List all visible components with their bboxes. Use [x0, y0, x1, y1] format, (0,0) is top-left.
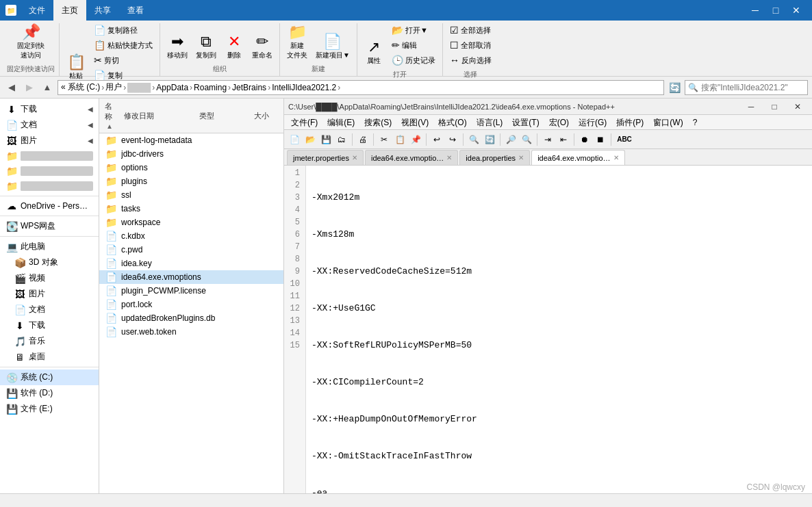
tab-share[interactable]: 共享	[86, 0, 119, 21]
delete-button[interactable]: ✕ 删除	[222, 33, 246, 62]
indent-tool[interactable]: ⇥	[540, 132, 555, 147]
cut-button[interactable]: ✂剪切	[91, 53, 155, 67]
refresh-button[interactable]: 🔄	[667, 80, 682, 95]
nav-item-3d[interactable]: 📦 3D 对象	[0, 255, 99, 270]
nav-item-drive-c[interactable]: 💿 系统 (C:)	[0, 369, 99, 385]
replace-tool[interactable]: 🔄	[482, 132, 497, 147]
editor-tab-idea-properties[interactable]: idea.properties ✕	[459, 150, 530, 165]
file-item-vmoptions[interactable]: 📄 idea64.exe.vmoptions	[99, 270, 283, 284]
stop-macro-tool[interactable]: ⏹	[593, 132, 608, 147]
menu-language[interactable]: 语言(L)	[472, 116, 507, 129]
file-item-plugins[interactable]: 📁 plugins	[99, 174, 283, 188]
menu-format[interactable]: 格式(O)	[434, 116, 470, 129]
nav-item-drive-d[interactable]: 💾 软件 (D:)	[0, 385, 99, 401]
nav-item-dl[interactable]: ⬇ 下载	[0, 317, 99, 333]
menu-view[interactable]: 视图(V)	[397, 116, 433, 129]
history-button[interactable]: 🕒历史记录	[389, 53, 438, 67]
search-input[interactable]	[701, 83, 804, 92]
nav-item-blurred-1[interactable]: 📁 ████	[0, 148, 99, 164]
paste-shortcut-button[interactable]: 📋粘贴快捷方式	[91, 38, 155, 52]
file-item-workspace[interactable]: 📁 workspace	[99, 216, 283, 229]
path-segment-7[interactable]: IntelliJIdea2021.2	[272, 83, 336, 92]
new-item-button[interactable]: 📄 新建项目▼	[313, 33, 353, 62]
edit-button[interactable]: ✏编辑	[389, 38, 438, 52]
tab-close-idea-properties[interactable]: ✕	[518, 151, 524, 166]
path-segment-1[interactable]: « 系统 (C:)	[61, 81, 100, 93]
nav-item-wps[interactable]: 💽 WPS网盘	[0, 218, 99, 234]
close-button[interactable]: ✕	[786, 0, 807, 21]
file-item-license[interactable]: 📄 plugin_PCWMP.license	[99, 284, 283, 298]
editor-tab-idea64-1[interactable]: idea64.exe.vmoptio… ✕	[365, 150, 458, 165]
deselect-all-button[interactable]: ☐全部取消	[447, 38, 494, 52]
col-header-date[interactable]: 修改日期	[118, 109, 194, 122]
nav-item-blurred-2[interactable]: 📁 ████	[0, 164, 99, 179]
back-button[interactable]: ◀	[4, 80, 19, 95]
nav-item-thispc[interactable]: 💻 此电脑	[0, 239, 99, 255]
minimize-button[interactable]: ─	[745, 0, 765, 21]
file-item-jdbc[interactable]: 📁 jdbc-drivers	[99, 147, 283, 161]
rename-button[interactable]: ✏ 重命名	[249, 33, 275, 62]
menu-edit[interactable]: 编辑(E)	[323, 116, 359, 129]
paste-tool[interactable]: 📌	[408, 132, 423, 147]
redo-tool[interactable]: ↪	[445, 132, 460, 147]
nav-item-drive-e[interactable]: 💾 文件 (E:)	[0, 401, 99, 417]
editor-tab-idea64-2[interactable]: idea64.exe.vmoptio… ✕	[531, 150, 624, 165]
copy-to-button[interactable]: ⧉ 复制到	[193, 33, 219, 62]
path-segment-6[interactable]: JetBrains	[232, 83, 266, 92]
tab-home[interactable]: 主页	[53, 0, 86, 21]
copy-path-button[interactable]: 📄复制路径	[91, 23, 155, 37]
file-item-broken-plugins[interactable]: 📄 updatedBrokenPlugins.db	[99, 311, 283, 325]
cut-tool[interactable]: ✂	[377, 132, 392, 147]
editor-content[interactable]: 12345 678910 1112131415 -Xmx2012m -Xms12…	[284, 166, 812, 493]
editor-minimize-button[interactable]: ─	[741, 96, 761, 117]
file-item-cpwd[interactable]: 📄 c.pwd	[99, 243, 283, 257]
undo-tool[interactable]: ↩	[429, 132, 444, 147]
pin-quick-access-button[interactable]: 📌 固定到快速访问	[14, 23, 47, 62]
nav-item-video[interactable]: 🎬 视频	[0, 270, 99, 286]
nav-item-desktop[interactable]: 🖥 桌面	[0, 349, 99, 365]
file-item-ssl[interactable]: 📁 ssl	[99, 188, 283, 202]
maximize-button[interactable]: □	[765, 0, 786, 21]
file-item-webtoken[interactable]: 📄 user.web.token	[99, 325, 283, 339]
save-all-tool[interactable]: 🗂	[334, 132, 349, 147]
col-header-type[interactable]: 类型	[194, 109, 249, 122]
address-path[interactable]: « 系统 (C:) › 用户 › ████ › AppData › Roamin…	[58, 80, 664, 95]
tab-close-idea64-1[interactable]: ✕	[446, 151, 452, 166]
nav-item-documents[interactable]: 📄 文档 ◀	[0, 117, 99, 133]
file-item-ideakey[interactable]: 📄 idea.key	[99, 257, 283, 270]
menu-file[interactable]: 文件(F)	[287, 116, 322, 129]
outdent-tool[interactable]: ⇤	[556, 132, 571, 147]
editor-tab-jmeter[interactable]: jmeter.properties ✕	[287, 150, 364, 165]
nav-item-blurred-3[interactable]: 📁 ████	[0, 179, 99, 194]
find-tool[interactable]: 🔍	[466, 132, 481, 147]
nav-item-img[interactable]: 🖼 图片	[0, 286, 99, 302]
file-item-portlock[interactable]: 📄 port.lock	[99, 298, 283, 311]
paste-button[interactable]: 📋 粘贴	[64, 53, 88, 82]
editor-maximize-button[interactable]: □	[764, 96, 785, 117]
file-item-options[interactable]: 📁 options	[99, 161, 283, 174]
col-header-name[interactable]: 名称 ▲	[99, 100, 118, 131]
menu-search[interactable]: 搜索(S)	[360, 116, 396, 129]
tab-close-idea64-2[interactable]: ✕	[613, 151, 619, 166]
abc-tool[interactable]: ABC	[614, 132, 635, 147]
copy-tool[interactable]: 📋	[392, 132, 407, 147]
menu-settings[interactable]: 设置(T)	[508, 116, 543, 129]
nav-item-music[interactable]: 🎵 音乐	[0, 333, 99, 349]
open-file-tool[interactable]: 📂	[303, 132, 318, 147]
editor-close-button[interactable]: ✕	[787, 96, 808, 117]
path-segment-2[interactable]: 用户	[105, 81, 122, 93]
invert-select-button[interactable]: ↔反向选择	[447, 53, 494, 67]
code-area[interactable]: -Xmx2012m -Xms128m -XX:ReservedCodeCache…	[306, 166, 812, 493]
menu-run[interactable]: 运行(G)	[574, 116, 611, 129]
nav-item-doc[interactable]: 📄 文档	[0, 302, 99, 317]
path-segment-3[interactable]: ████	[127, 83, 151, 92]
up-button[interactable]: ▲	[40, 80, 55, 95]
open-button[interactable]: 📂打开▼	[389, 23, 438, 37]
record-macro-tool[interactable]: ⏺	[577, 132, 592, 147]
new-file-tool[interactable]: 📄	[287, 132, 302, 147]
tab-view[interactable]: 查看	[119, 0, 152, 21]
zoom-in-tool[interactable]: 🔎	[503, 132, 518, 147]
file-item-tasks[interactable]: 📁 tasks	[99, 202, 283, 216]
zoom-out-tool[interactable]: 🔍	[519, 132, 534, 147]
move-to-button[interactable]: ➡ 移动到	[164, 33, 190, 62]
